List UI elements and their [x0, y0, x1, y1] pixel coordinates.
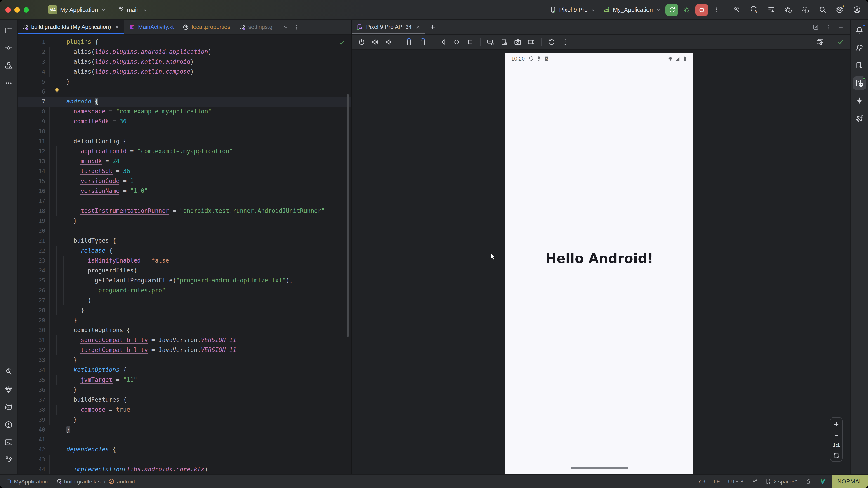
hammer-tool-button[interactable] — [2, 365, 16, 379]
device-selector[interactable]: Pixel 9 Pro — [547, 4, 598, 15]
minimize-button[interactable] — [838, 24, 844, 30]
volume-up-button[interactable] — [370, 37, 381, 47]
device-tab[interactable]: Pixel 9 Pro API 34 — [352, 20, 426, 34]
kotlin-icon — [129, 24, 135, 30]
indent-config-widget[interactable]: 2 spaces* — [766, 478, 798, 485]
breadcrumb-item-build.gradle.kts[interactable]: build.gradle.kts — [56, 478, 100, 485]
stop-button[interactable] — [695, 3, 708, 16]
commit-tool-button[interactable] — [2, 41, 16, 55]
profiler-button[interactable] — [781, 3, 795, 16]
breadcrumb-item-android[interactable]: android — [109, 478, 135, 485]
more-tool-button[interactable] — [2, 76, 16, 90]
project-widget[interactable]: MA My Application — [45, 3, 109, 16]
gradle-sync-button[interactable] — [798, 3, 812, 16]
editor-scrollbar[interactable] — [347, 94, 348, 337]
gesture-navigation-pill[interactable] — [570, 467, 628, 469]
layout-inspector-button[interactable] — [815, 37, 826, 47]
line-number: 43 — [18, 455, 45, 464]
close-icon[interactable] — [115, 24, 120, 30]
editor-tab-MainActivity.kt[interactable]: MainActivity.kt — [125, 20, 178, 34]
running-devices-tool-button[interactable] — [852, 76, 866, 90]
line-content: alias(libs.plugins.kotlin.android) — [45, 57, 194, 67]
code-editor[interactable]: 1plugins {2 alias(libs.plugins.android.a… — [18, 35, 351, 475]
run-configuration-selector[interactable]: My_Application — [600, 4, 664, 15]
intention-lightbulb-icon[interactable] — [54, 88, 60, 94]
editor-tab-local.properties[interactable]: local.properties — [178, 20, 235, 34]
editor-tab-build.gradle.kts[interactable]: build.gradle.kts (My Application) — [18, 20, 125, 34]
indent-guide — [56, 335, 57, 355]
inspections-ok-icon[interactable] — [339, 39, 345, 46]
unlock-widget[interactable] — [806, 479, 811, 484]
debug-button[interactable] — [680, 3, 693, 16]
rotate-right-button[interactable] — [417, 37, 428, 47]
add-device-tab-button[interactable] — [427, 22, 438, 33]
indent-guide — [49, 455, 50, 475]
airplane-tool-button[interactable] — [852, 111, 866, 125]
emulator-screen[interactable]: 10:20 Hello Android! — [505, 53, 693, 474]
tab-options-button[interactable] — [293, 24, 300, 30]
gradle-tool-button[interactable] — [852, 41, 866, 55]
status-widget-LF[interactable]: LF — [714, 478, 720, 485]
line-content: release { — [45, 246, 113, 256]
shapes-tool-button[interactable] — [2, 59, 16, 72]
vim-widget[interactable] — [819, 479, 826, 484]
overview-button[interactable] — [465, 37, 475, 47]
ai-spark-off-widget[interactable] — [752, 479, 757, 484]
zoom-reset-button[interactable]: 1:1 — [833, 442, 840, 448]
check-green-button[interactable] — [835, 37, 846, 47]
line-content: testInstrumentationRunner = "androidx.te… — [45, 206, 325, 216]
line-number: 11 — [18, 136, 45, 147]
shapes-icon — [4, 61, 13, 70]
terminal-tool-button[interactable] — [2, 435, 16, 449]
reset-button[interactable] — [546, 37, 557, 47]
minimize-window-button[interactable] — [14, 7, 20, 12]
volume-down-button[interactable] — [383, 37, 394, 47]
minus-icon — [833, 432, 839, 439]
kebab-button[interactable] — [560, 37, 570, 47]
more-run-options-button[interactable] — [710, 3, 723, 16]
bell-tool-button[interactable] — [852, 24, 866, 37]
status-widget-UTF-8[interactable]: UTF-8 — [728, 478, 743, 485]
vim-mode-badge[interactable]: NORMAL — [832, 475, 868, 488]
maximize-window-button[interactable] — [24, 7, 29, 12]
screen-record-button[interactable] — [526, 37, 537, 47]
editor-tab-settings.g[interactable]: settings.g — [235, 20, 277, 34]
apply-code-button[interactable] — [764, 3, 778, 16]
power-button[interactable] — [356, 37, 367, 47]
show-hidden-tabs-button[interactable] — [282, 24, 289, 30]
code-line-9: 9 compileSdk = 36 — [18, 117, 351, 127]
plus-zoom-button[interactable] — [833, 420, 839, 428]
device-settings-button[interactable] — [499, 37, 509, 47]
open-external-button[interactable] — [812, 24, 819, 30]
rerun-button[interactable] — [665, 3, 678, 16]
search-button[interactable] — [815, 3, 829, 16]
rotate-left-button[interactable] — [404, 37, 414, 47]
breadcrumb-item-MyApplication[interactable]: MyApplication — [6, 478, 48, 485]
close-window-button[interactable] — [5, 7, 11, 12]
back-button[interactable] — [438, 37, 448, 47]
build-hammer-button[interactable] — [730, 3, 743, 16]
indent-guide — [56, 375, 57, 385]
camera-button[interactable] — [512, 37, 523, 47]
close-icon[interactable] — [415, 24, 421, 30]
logcat-tool-button[interactable] — [2, 400, 16, 414]
home-button[interactable] — [451, 37, 462, 47]
gem-tool-button[interactable] — [2, 383, 16, 396]
code-line-15: 15 versionCode = 1 — [18, 176, 351, 186]
user-button[interactable] — [850, 3, 864, 16]
device-manager-tool-button[interactable] — [852, 59, 866, 72]
kebab-button[interactable] — [825, 24, 831, 30]
gemini-tool-button[interactable] — [852, 94, 866, 107]
settings-button[interactable] — [833, 3, 846, 16]
vcs-branch-widget[interactable]: main — [115, 4, 151, 15]
status-widget-7:9[interactable]: 7:9 — [698, 478, 705, 485]
line-number: 17 — [18, 196, 45, 206]
minus-zoom-button[interactable] — [833, 431, 839, 439]
git-branch-tool-button[interactable] — [2, 453, 16, 467]
hardware-input-button[interactable] — [485, 37, 496, 47]
apply-restart-button[interactable] — [747, 3, 761, 16]
macos-traffic-lights[interactable] — [5, 7, 45, 12]
problems-tool-button[interactable] — [2, 418, 16, 431]
folder-tool-button[interactable] — [2, 24, 16, 37]
fit-zoom-button[interactable] — [833, 451, 839, 459]
